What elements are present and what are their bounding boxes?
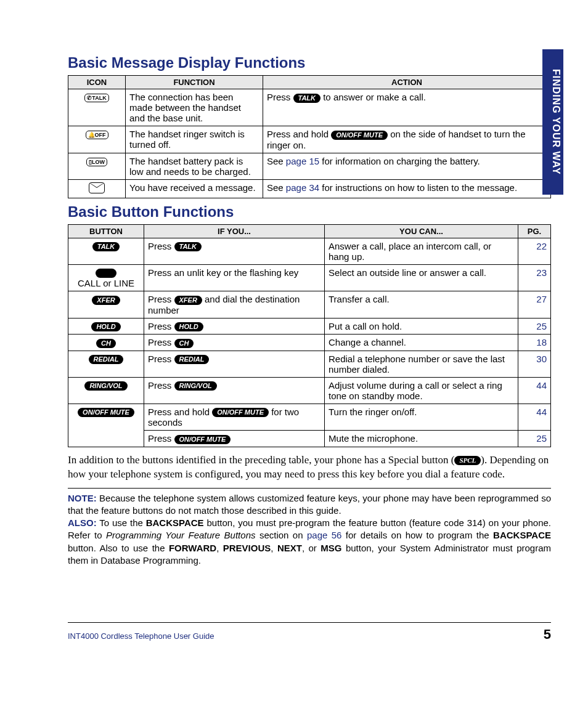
- youcan-cell: Select an outside line or answer a call.: [325, 264, 518, 291]
- ifyou-cell: Press RING/VOL: [144, 377, 325, 404]
- table-row: TALKPress TALKAnswer a call, place an in…: [68, 238, 551, 264]
- hold-pill: HOLD: [174, 322, 203, 331]
- ifyou-cell: Press ON/OFF MUTE: [144, 431, 325, 447]
- youcan-cell: Put a call on hold.: [325, 318, 518, 335]
- hold-pill: HOLD: [91, 322, 120, 331]
- button-cell: TALK: [68, 238, 144, 264]
- section1-title: Basic Message Display Functions: [68, 54, 551, 71]
- ringer-off-icon: 🔔OFF: [86, 131, 108, 139]
- on-off-mute-pill: ON/OFF MUTE: [78, 408, 134, 417]
- button-cell: ON/OFF MUTE: [68, 404, 144, 447]
- button-functions-table: BUTTON IF YOU... YOU CAN... PG. TALKPres…: [68, 224, 551, 447]
- th-pg: PG.: [518, 224, 551, 238]
- msg-bold: MSG: [321, 543, 341, 553]
- function-text: You have received a message.: [126, 179, 263, 198]
- ch-pill: CH: [174, 339, 194, 348]
- table-row: RING/VOLPress RING/VOLAdjust volume duri…: [68, 377, 551, 404]
- button-cell: HOLD: [68, 318, 144, 335]
- battery-low-icon: ▯LOW: [68, 153, 126, 179]
- forward-bold: FORWARD: [169, 543, 216, 553]
- xfer-pill: XFER: [174, 296, 202, 305]
- button-cell: CALL or LINE: [68, 264, 144, 291]
- spcl-button-pill: SPCL: [454, 456, 481, 465]
- ifyou-cell: Press and hold ON/OFF MUTE for two secon…: [144, 404, 325, 431]
- youcan-cell: Change a channel.: [325, 335, 518, 351]
- message-envelope-icon: [68, 179, 126, 198]
- page-ref-link[interactable]: 44: [518, 377, 551, 404]
- note-t2a: To use the: [97, 517, 146, 528]
- page-ref-link[interactable]: 27: [518, 291, 551, 318]
- th-icon: ICON: [68, 76, 126, 89]
- ring-vol-pill: RING/VOL: [174, 381, 217, 391]
- youcan-cell: Answer a call, place an intercom call, o…: [325, 238, 518, 264]
- blank-pill: [96, 269, 116, 278]
- backspace-bold: BACKSPACE: [146, 517, 204, 528]
- th-function: FUNCTION: [126, 76, 263, 89]
- page-footer: INT4000 Cordless Telephone User Guide 5: [68, 622, 551, 643]
- table-row: HOLDPress HOLDPut a call on hold.25: [68, 318, 551, 335]
- xfer-pill: XFER: [92, 296, 120, 305]
- ch-pill: CH: [96, 339, 116, 348]
- page-link[interactable]: page 15: [286, 156, 319, 166]
- function-text: The connection has been made between the…: [126, 89, 263, 126]
- action-text: Press TALK to answer or make a call.: [263, 89, 551, 126]
- on-off-mute-pill: ON/OFF MUTE: [331, 131, 388, 140]
- youcan-cell: Redial a telephone number or save the la…: [325, 351, 518, 377]
- page-ref-link[interactable]: 44: [518, 404, 551, 431]
- ifyou-cell: Press an unlit key or the flashing key: [144, 264, 325, 291]
- page-ref-link[interactable]: 23: [518, 264, 551, 291]
- page-link[interactable]: page 34: [286, 182, 319, 193]
- section2-title: Basic Button Functions: [68, 203, 551, 221]
- table-row: ON/OFF MUTEPress and hold ON/OFF MUTE fo…: [68, 404, 551, 431]
- prog-italic: Programming Your Feature Buttons: [106, 530, 255, 540]
- ringer-off-icon: 🔔OFF: [68, 126, 126, 153]
- page56-link[interactable]: page 56: [307, 530, 341, 540]
- on-off-mute-pill: ON/OFF MUTE: [212, 408, 269, 417]
- message-display-table: ICON FUNCTION ACTION ✆TALKThe connection…: [68, 75, 551, 198]
- function-text: The handset ringer switch is turned off.: [126, 126, 263, 153]
- table-row: CHPress CHChange a channel.18: [68, 335, 551, 351]
- note-block: NOTE: Because the telephone system allow…: [68, 488, 551, 567]
- call-or-line-label: CALL or LINE: [78, 278, 134, 288]
- table-row: XFERPress XFER and dial the destination …: [68, 291, 551, 318]
- youcan-cell: Transfer a call.: [325, 291, 518, 318]
- talk-antenna-icon: ✆TALK: [84, 94, 108, 102]
- action-text: See page 34 for instructions on how to l…: [263, 179, 551, 198]
- action-text: See page 15 for information on charging …: [263, 153, 551, 179]
- ifyou-cell: Press REDIAL: [144, 351, 325, 377]
- backspace-bold2: BACKSPACE: [493, 530, 551, 540]
- youcan-cell: Turn the ringer on/off.: [325, 404, 518, 431]
- table-row: You have received a message.See page 34 …: [68, 179, 551, 198]
- page-ref-link[interactable]: 25: [518, 431, 551, 447]
- table-row: ▯LOWThe handset battery pack is low and …: [68, 153, 551, 179]
- page-ref-link[interactable]: 25: [518, 318, 551, 335]
- talk-antenna-icon: ✆TALK: [68, 89, 126, 126]
- page-ref-link[interactable]: 30: [518, 351, 551, 377]
- note-t2c: section on: [255, 530, 306, 540]
- button-cell: XFER: [68, 291, 144, 318]
- table-row: ✆TALKThe connection has been made betwee…: [68, 89, 551, 126]
- note-t2e: button. Also to use the: [68, 543, 169, 553]
- th-youcan: YOU CAN...: [325, 224, 518, 238]
- button-cell: CH: [68, 335, 144, 351]
- ifyou-cell: Press XFER and dial the destination numb…: [144, 291, 325, 318]
- envelope-icon: [89, 182, 105, 193]
- page-ref-link[interactable]: 22: [518, 238, 551, 264]
- table-row: CALL or LINEPress an unlit key or the fl…: [68, 264, 551, 291]
- button-cell: RING/VOL: [68, 377, 144, 404]
- talk-pill: TALK: [174, 242, 202, 251]
- ifyou-cell: Press CH: [144, 335, 325, 351]
- next-bold: NEXT: [277, 543, 302, 553]
- ring-vol-pill: RING/VOL: [84, 381, 127, 391]
- talk-pill: TALK: [293, 94, 321, 103]
- also-keyword: ALSO:: [68, 517, 97, 528]
- side-tab: FINDING YOUR WAY: [542, 49, 563, 195]
- note-t2h: , or: [302, 543, 321, 553]
- youcan-cell: Adjust volume during a call or select a …: [325, 377, 518, 404]
- footer-guide-title: INT4000 Cordless Telephone User Guide: [68, 631, 214, 641]
- th-action: ACTION: [263, 76, 551, 89]
- page-ref-link[interactable]: 18: [518, 335, 551, 351]
- special-button-paragraph: In addition to the buttons identified in…: [68, 453, 551, 482]
- youcan-cell: Mute the microphone.: [325, 431, 518, 447]
- redial-pill: REDIAL: [174, 355, 210, 364]
